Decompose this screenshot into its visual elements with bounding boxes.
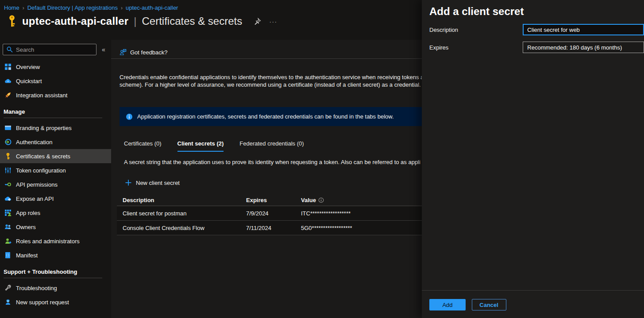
sidebar-item-new-support-request[interactable]: New support request	[0, 295, 111, 309]
quickstart-icon	[4, 77, 12, 84]
expires-dropdown[interactable]: Recommended: 180 days (6 months)	[523, 42, 644, 53]
sidebar-item-label: Quickstart	[16, 78, 42, 84]
sidebar-section-support: Support + Troubleshooting	[0, 262, 111, 278]
panel-title: Add a client secret	[429, 5, 644, 18]
integration-assistant-icon	[4, 92, 12, 99]
sidebar-item-label: Authentication	[16, 139, 52, 146]
new-client-secret-label: New client secret	[136, 180, 180, 186]
title-separator: |	[134, 15, 136, 27]
sidebar-item-label: Troubleshooting	[16, 285, 57, 291]
more-options-icon[interactable]: ···	[269, 18, 277, 25]
sidebar-item-label: Token configuration	[16, 167, 66, 174]
description-label: Description	[429, 27, 523, 33]
sidebar: « Overview Quickstart Integration assist…	[0, 40, 111, 318]
secret-expires: 7/9/2024	[246, 210, 301, 217]
breadcrumb: Home › Default Directory | App registrat…	[4, 4, 178, 11]
divider	[4, 118, 102, 118]
sidebar-item-label: Integration assistant	[16, 92, 67, 99]
sidebar-item-overview[interactable]: Overview	[0, 60, 111, 74]
sidebar-item-manifest[interactable]: Manifest	[0, 248, 111, 262]
breadcrumb-current-app[interactable]: uptec-auth-api-caller	[126, 4, 178, 11]
column-header-description: Description	[123, 197, 246, 203]
sidebar-item-label: New support request	[16, 299, 69, 306]
authentication-icon	[4, 138, 12, 146]
search-icon	[6, 46, 13, 53]
sidebar-search[interactable]	[3, 44, 96, 55]
sidebar-item-expose-api[interactable]: Expose an API	[0, 192, 111, 206]
owners-icon	[4, 223, 12, 230]
sidebar-section-manage: Manage	[0, 102, 111, 118]
sidebar-item-api-permissions[interactable]: API permissions	[0, 177, 111, 192]
collapse-sidebar-icon[interactable]: «	[102, 46, 105, 53]
sidebar-item-quickstart[interactable]: Quickstart	[0, 74, 111, 88]
azure-portal-page: Home › Default Directory | App registrat…	[0, 0, 644, 318]
info-icon	[126, 113, 133, 120]
sidebar-item-label: Manifest	[16, 252, 38, 259]
divider	[4, 278, 102, 278]
sidebar-item-label: App roles	[16, 210, 40, 216]
sidebar-item-label: Branding & properties	[16, 125, 72, 131]
key-icon	[4, 153, 12, 160]
add-client-secret-panel: Add a client secret Description Expires …	[422, 0, 644, 318]
secret-description: Client secret for postman	[123, 210, 246, 217]
panel-footer: Add Cancel	[422, 290, 644, 318]
breadcrumb-app-registrations[interactable]: Default Directory | App registrations	[27, 4, 118, 11]
feedback-icon	[120, 49, 127, 56]
overview-icon	[4, 63, 12, 70]
column-header-expires: Expires	[246, 197, 301, 203]
app-roles-icon	[4, 209, 12, 216]
expires-selected-value: Recommended: 180 days (6 months)	[527, 44, 622, 51]
sidebar-item-roles-administrators[interactable]: Roles and administrators	[0, 234, 111, 248]
troubleshooting-icon	[4, 284, 12, 291]
sidebar-item-token-configuration[interactable]: Token configuration	[0, 163, 111, 177]
description-input[interactable]	[523, 24, 644, 35]
expires-label: Expires	[429, 44, 523, 51]
search-input[interactable]	[16, 46, 82, 53]
sidebar-item-app-roles[interactable]: App roles	[0, 206, 111, 220]
sidebar-item-label: API permissions	[16, 181, 58, 188]
page-header: uptec-auth-api-caller | Certificates & s…	[7, 15, 277, 27]
column-header-value: Value	[301, 197, 316, 203]
breadcrumb-home[interactable]: Home	[4, 4, 19, 11]
roles-admins-icon	[4, 238, 12, 245]
breadcrumb-separator: ›	[121, 5, 123, 11]
token-configuration-icon	[4, 167, 12, 174]
sidebar-item-owners[interactable]: Owners	[0, 220, 111, 234]
secret-expires: 7/11/2024	[246, 225, 301, 231]
plus-icon	[125, 179, 132, 186]
tab-federated-credentials[interactable]: Federated credentials (0)	[239, 140, 304, 152]
sidebar-item-branding-properties[interactable]: Branding & properties	[0, 121, 111, 135]
manifest-icon	[4, 252, 12, 259]
sidebar-item-label: Overview	[16, 64, 40, 70]
page-title-section: Certificates & secrets	[142, 15, 242, 27]
pin-icon[interactable]	[254, 18, 261, 25]
sidebar-item-certificates-secrets[interactable]: Certificates & secrets	[0, 149, 111, 163]
key-icon	[7, 15, 17, 27]
page-title-app-name: uptec-auth-api-caller	[22, 15, 128, 27]
tab-client-secrets[interactable]: Client secrets (2)	[177, 140, 224, 152]
description-field-row: Description	[429, 24, 644, 35]
tab-certificates[interactable]: Certificates (0)	[124, 140, 162, 152]
info-banner-text: Application registration certificates, s…	[137, 113, 394, 120]
got-feedback-label: Got feedback?	[130, 49, 168, 56]
secret-description: Console Client Credentials Flow	[123, 225, 246, 231]
sidebar-item-label: Roles and administrators	[16, 238, 80, 245]
cancel-button[interactable]: Cancel	[472, 299, 506, 310]
expose-api-icon	[4, 195, 12, 202]
sidebar-item-label: Owners	[16, 224, 36, 230]
sidebar-item-label: Certificates & secrets	[16, 153, 70, 160]
branding-icon	[4, 124, 12, 131]
support-request-icon	[4, 299, 12, 306]
sidebar-item-authentication[interactable]: Authentication	[0, 135, 111, 149]
add-button[interactable]: Add	[429, 299, 466, 310]
expires-field-row: Expires Recommended: 180 days (6 months)	[429, 42, 644, 53]
value-info-icon[interactable]	[318, 197, 324, 203]
sidebar-item-label: Expose an API	[16, 195, 54, 202]
api-permissions-icon	[4, 181, 12, 188]
sidebar-item-integration-assistant[interactable]: Integration assistant	[0, 88, 111, 102]
breadcrumb-separator: ›	[23, 5, 24, 11]
sidebar-item-troubleshooting[interactable]: Troubleshooting	[0, 281, 111, 295]
